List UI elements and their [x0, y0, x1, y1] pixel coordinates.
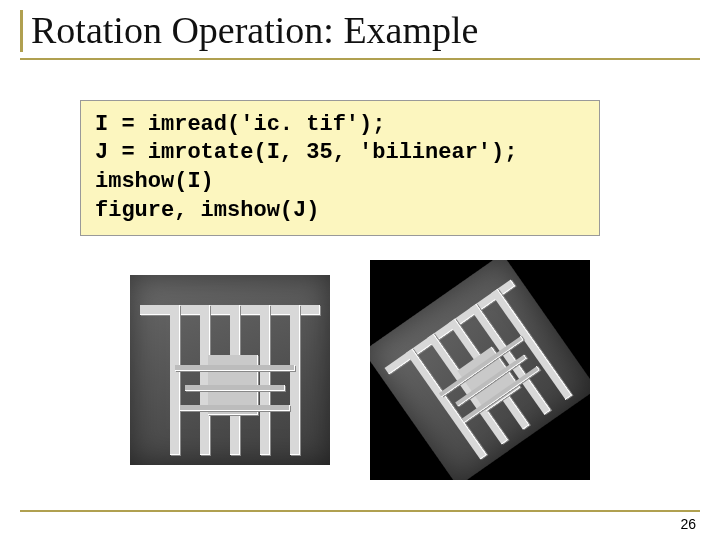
code-block: I = imread('ic. tif'); J = imrotate(I, 3… — [80, 100, 600, 236]
rotated-image-cell — [370, 260, 590, 480]
rotated-chip-image — [370, 260, 590, 480]
footer-rule — [20, 510, 700, 512]
title-underline — [20, 58, 700, 60]
slide: Rotation Operation: Example I = imread('… — [0, 0, 720, 540]
slide-title: Rotation Operation: Example — [31, 10, 700, 52]
title-block: Rotation Operation: Example — [20, 10, 700, 52]
images-row — [20, 260, 700, 480]
original-image-cell — [130, 275, 330, 465]
page-number: 26 — [680, 516, 696, 532]
original-chip-image — [130, 275, 330, 465]
